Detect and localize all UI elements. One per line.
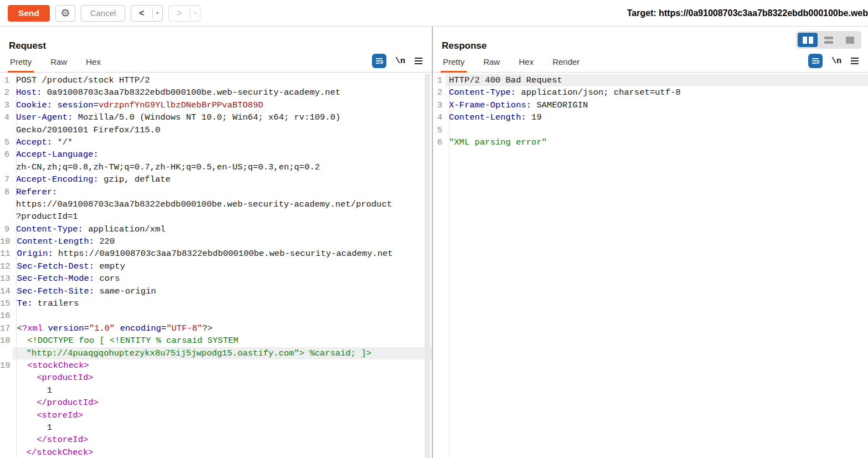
code-text: Content-Length: 220 (14, 235, 432, 248)
line-number (0, 446, 13, 458)
tab-raw[interactable]: Raw (49, 57, 68, 72)
tab-hex[interactable]: Hex (85, 57, 102, 72)
response-editor-tools: \n (808, 54, 859, 72)
response-tabs: Pretty Raw Hex Render \n (433, 52, 868, 73)
response-panel: Response Pretty Raw Hex Render \n (433, 27, 868, 458)
word-wrap-icon[interactable] (372, 54, 386, 68)
line-number: 1 (0, 74, 13, 86)
line-number (0, 434, 13, 446)
code-line: </productId> (0, 397, 432, 409)
code-text: Accept: */* (13, 136, 432, 148)
code-text: Origin: https://0a91008703c3aa7b8322ebdb… (14, 248, 432, 260)
code-text: </storeId> (13, 434, 432, 446)
send-button[interactable]: Send (8, 5, 50, 22)
newline-icon[interactable]: \n (831, 56, 841, 66)
code-text: 1 (13, 384, 432, 397)
code-text: HTTP/2 400 Bad Request (446, 74, 868, 86)
code-text: </productId> (13, 397, 432, 409)
tab-hex[interactable]: Hex (518, 57, 535, 72)
code-text (14, 310, 432, 322)
line-number (0, 372, 13, 384)
request-editor[interactable]: 1POST /product/stock HTTP/22Host: 0a9100… (0, 73, 432, 458)
line-number: 2 (0, 86, 13, 99)
line-number: 15 (0, 297, 14, 310)
message-editor-split: Request Pretty Raw Hex \n (0, 27, 868, 458)
code-line: 19 <stockCheck> (0, 359, 432, 372)
line-number: 18 (0, 335, 14, 347)
line-number: 11 (0, 248, 14, 260)
back-button[interactable]: < ▼ (131, 5, 163, 22)
code-line: 4User-Agent: Mozilla/5.0 (Windows NT 10.… (0, 111, 432, 123)
line-number: 6 (433, 136, 446, 148)
code-line: 10Content-Length: 220 (0, 235, 432, 248)
code-line: 5 (433, 124, 868, 136)
response-editor[interactable]: 1HTTP/2 400 Bad Request2Content-Type: ap… (433, 73, 868, 458)
layout-toggle-group (796, 31, 861, 49)
line-number: 8 (0, 186, 13, 198)
line-number: 1 (433, 74, 446, 86)
code-text: <productId> (13, 372, 432, 384)
tab-raw[interactable]: Raw (482, 57, 501, 72)
gear-icon: ⚙ (60, 8, 70, 18)
code-line: 6"XML parsing error" (433, 136, 868, 148)
request-scrollbar[interactable] (425, 74, 430, 458)
code-text (446, 124, 868, 136)
line-number (0, 198, 13, 210)
layout-columns-icon[interactable] (798, 33, 818, 47)
line-number: 9 (0, 223, 13, 235)
code-text: zh-CN,zh;q=0.8,zh-TW;q=0.7,zh-HK;q=0.5,e… (13, 161, 432, 173)
code-line: 18 <!DOCTYPE foo [ <!ENTITY % carsaid SY… (0, 335, 432, 347)
line-number: 5 (0, 136, 13, 148)
line-number: 12 (0, 260, 14, 272)
line-number: 3 (433, 99, 446, 111)
layout-single-icon[interactable] (840, 33, 860, 47)
line-number: 4 (0, 111, 13, 123)
code-line: 1POST /product/stock HTTP/2 (0, 74, 432, 86)
line-number: 7 (0, 173, 13, 186)
code-text: Gecko/20100101 Firefox/115.0 (13, 124, 432, 136)
code-line: 14Sec-Fetch-Site: same-origin (0, 285, 432, 297)
menu-icon[interactable] (414, 57, 423, 65)
forward-button[interactable]: > ▼ (168, 5, 200, 22)
layout-rows-icon[interactable] (819, 33, 839, 47)
tab-pretty[interactable]: Pretty (9, 57, 33, 72)
toolbar: Send ⚙ Cancel < ▼ > ▼ Target: https://0a… (0, 0, 868, 27)
code-text: Sec-Fetch-Site: same-origin (14, 285, 432, 297)
request-panel: Request Pretty Raw Hex \n (0, 27, 433, 458)
request-tabs: Pretty Raw Hex \n (0, 52, 432, 73)
code-line: 1 (0, 384, 432, 397)
code-text: Sec-Fetch-Mode: cors (14, 272, 432, 285)
word-wrap-icon[interactable] (808, 54, 823, 68)
code-line: <storeId> (0, 409, 432, 421)
forward-arrow-icon: > (169, 8, 190, 18)
code-line: https://0a91008703c3aa7b8322ebdb000100be… (0, 198, 432, 210)
code-text: Referer: (13, 186, 432, 198)
newline-icon[interactable]: \n (395, 56, 405, 66)
settings-button[interactable]: ⚙ (55, 5, 75, 22)
code-line: 12Sec-Fetch-Dest: empty (0, 260, 432, 272)
cancel-button[interactable]: Cancel (81, 5, 125, 22)
code-text: </stockCheck> (13, 446, 432, 458)
code-line: zh-CN,zh;q=0.8,zh-TW;q=0.7,zh-HK;q=0.5,e… (0, 161, 432, 173)
code-text: Sec-Fetch-Dest: empty (14, 260, 432, 272)
target-label: Target: https://0a91008703c3aa7b8322ebdb… (627, 8, 868, 18)
code-text: <?xml version="1.0" encoding="UTF-8"?> (14, 322, 432, 335)
line-number: 13 (0, 272, 14, 285)
code-line: 4Content-Length: 19 (433, 111, 868, 123)
line-number (0, 421, 13, 434)
line-number: 5 (433, 124, 446, 136)
code-line: 2Content-Type: application/json; charset… (433, 86, 868, 99)
line-number (0, 124, 13, 136)
tab-render[interactable]: Render (551, 57, 581, 72)
menu-icon[interactable] (850, 57, 859, 65)
code-line: 2Host: 0a91008703c3aa7b8322ebdb000100be.… (0, 86, 432, 99)
line-number (0, 210, 13, 223)
code-line: Gecko/20100101 Firefox/115.0 (0, 124, 432, 136)
code-text: User-Agent: Mozilla/5.0 (Windows NT 10.0… (13, 111, 432, 123)
code-text: 1 (13, 421, 432, 434)
tab-pretty[interactable]: Pretty (442, 57, 466, 72)
back-dropdown-caret-icon[interactable]: ▼ (153, 11, 162, 15)
line-number: 17 (0, 322, 14, 335)
line-number: 6 (0, 148, 13, 161)
line-number: 14 (0, 285, 14, 297)
